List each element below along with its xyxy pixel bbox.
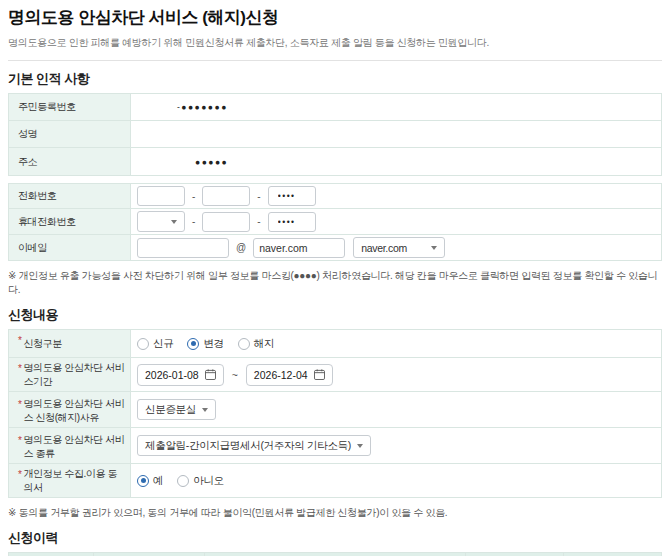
table-row-rrn: 주민등록번호 -●●●●●●● [9,94,661,121]
mobile-part2-input[interactable] [202,212,250,232]
radio-circle-icon [137,338,149,350]
table-row-name: 성명 [9,121,661,148]
table-row-service-period: *명의도용 안심차단 서비스기간 2026-01-08 ~ 2026-12-04 [9,358,661,392]
required-marker: * [18,468,22,482]
email-domain-selected-value: naver.com [361,242,407,254]
table-row-application-type: *신청구분 신규 변경 해지 [9,330,661,358]
at-sign: @ [236,242,246,253]
page-subtitle: 명의도용으로 인한 피해를 예방하기 위해 민원신청서류 제출차단, 소득자료 … [8,36,662,50]
consent-refusal-notice: ※ 동의를 거부할 권리가 있으며, 동의 거부에 따라 불이익(민원서류 발급… [8,506,662,520]
period-end-value: 2026-12-04 [254,369,308,381]
application-type-label: *신청구분 [9,330,131,357]
table-row-consent: *개인정보 수집.이용 동의서 예 아니오 [9,464,661,497]
period-end-date-picker[interactable]: 2026-12-04 [246,364,333,386]
table-row-address: 주소 ●●●●● [9,148,661,175]
consent-cell: 예 아니오 [131,464,661,497]
chevron-down-icon [431,246,437,250]
period-start-date-picker[interactable]: 2026-01-08 [137,364,224,386]
personal-info-table: 주민등록번호 -●●●●●●● 성명 주소 ●●●●● [8,93,662,176]
email-value-cell: @ naver.com [131,235,661,260]
mobile-value-cell: - - [131,209,661,234]
phone-part1-input[interactable] [137,186,185,206]
radio-option-change[interactable]: 변경 [187,337,223,351]
consent-label: *개인정보 수집.이용 동의서 [9,464,131,497]
radio-option-cancel[interactable]: 해지 [238,337,274,351]
history-col-service-kind: 명의도용 안심차단 서비스 종류 [204,553,465,556]
phone-value-cell: - - [131,184,661,208]
consent-radio-group: 예 아니오 [137,474,224,488]
section-title-personal-info: 기본 인적 사항 [8,70,662,88]
reason-selected-value: 신분증분실 [145,403,196,417]
required-marker: * [18,434,22,448]
service-kind-select[interactable]: 제출알림-간이지급명세서(거주자의 기타소득) [137,435,371,456]
service-kind-label: *명의도용 안심차단 서비스 종류 [9,428,131,463]
service-kind-cell: 제출알림-간이지급명세서(거주자의 기타소득) [131,428,661,463]
reason-label: *명의도용 안심차단 서비스 신청(해지)사유 [9,392,131,427]
page-title: 명의도용 안심차단 서비스 (해지)신청 [8,6,662,29]
application-table: *신청구분 신규 변경 해지 *명의도용 안심차단 서비스기간 2026-01-… [8,329,662,498]
chevron-down-icon [357,444,363,448]
period-separator: ~ [232,369,238,381]
chevron-down-icon [171,220,177,224]
rrn-label: 주민등록번호 [9,94,131,120]
reason-cell: 신분증분실 [131,392,661,427]
application-form-page: 명의도용 안심차단 서비스 (해지)신청 명의도용으로 인한 피해를 예방하기 … [0,0,670,556]
dash-separator: - [192,191,195,202]
calendar-icon [205,369,216,380]
radio-option-yes[interactable]: 예 [137,474,163,488]
radio-circle-icon [238,338,250,350]
mobile-part3-input[interactable] [268,212,316,232]
address-label: 주소 [9,148,131,175]
required-marker: * [18,398,22,412]
name-value[interactable] [131,121,661,147]
application-type-radio-group: 신규 변경 해지 [137,337,274,351]
dash-separator: - [257,191,260,202]
required-marker: * [18,334,22,348]
table-row-mobile: 휴대전화번호 - - [9,209,661,235]
divider [8,60,662,61]
phone-label: 전화번호 [9,184,131,208]
history-header-row: 선택 민원접수일시 명의도용 안심차단 서비스 종류 시작일자 종료일자 [9,553,662,556]
mobile-label: 휴대전화번호 [9,209,131,234]
dash-separator: - [192,216,195,227]
history-table: 선택 민원접수일시 명의도용 안심차단 서비스 종류 시작일자 종료일자 해지 … [8,552,662,556]
email-local-input[interactable] [137,238,229,258]
address-masked-value[interactable]: ●●●●● [131,148,661,175]
history-col-start-date: 시작일자 [466,553,564,556]
table-row-email: 이메일 @ naver.com [9,235,661,260]
contact-info-table: 전화번호 - - 휴대전화번호 - - 이메일 @ [8,183,662,261]
radio-option-no[interactable]: 아니오 [177,474,224,488]
phone-part2-input[interactable] [202,186,250,206]
calendar-icon [314,369,325,380]
table-row-service-kind: *명의도용 안심차단 서비스 종류 제출알림-간이지급명세서(거주자의 기타소득… [9,428,661,464]
table-row-reason: *명의도용 안심차단 서비스 신청(해지)사유 신분증분실 [9,392,661,428]
email-domain-input[interactable] [253,238,345,258]
history-col-received: 민원접수일시 [93,553,204,556]
service-period-label: *명의도용 안심차단 서비스기간 [9,358,131,391]
section-title-application: 신청내용 [8,306,662,324]
email-domain-select[interactable]: naver.com [353,237,445,258]
masking-notice: ※ 개인정보 유출 가능성을 사전 차단하기 위해 일부 정보를 마스킹(●●●… [8,269,662,297]
chevron-down-icon [202,408,208,412]
dash-separator: - [257,216,260,227]
mobile-prefix-select[interactable] [137,211,185,232]
name-label: 성명 [9,121,131,147]
email-label: 이메일 [9,235,131,260]
service-period-cell: 2026-01-08 ~ 2026-12-04 [131,358,661,391]
radio-option-new[interactable]: 신규 [137,337,173,351]
radio-circle-icon [137,475,149,487]
period-start-value: 2026-01-08 [145,369,199,381]
required-marker: * [18,362,22,376]
radio-circle-icon [177,475,189,487]
radio-circle-icon [187,338,199,350]
table-row-phone: 전화번호 - - [9,184,661,209]
phone-part3-input[interactable] [268,186,316,206]
rrn-masked-value[interactable]: -●●●●●●● [131,94,661,120]
history-col-select: 선택 [9,553,94,556]
history-col-end-date: 종료일자 [564,553,662,556]
section-title-history: 신청이력 [8,529,662,547]
service-kind-selected-value: 제출알림-간이지급명세서(거주자의 기타소득) [145,439,351,453]
application-type-cell: 신규 변경 해지 [131,330,661,357]
reason-select[interactable]: 신분증분실 [137,399,216,420]
